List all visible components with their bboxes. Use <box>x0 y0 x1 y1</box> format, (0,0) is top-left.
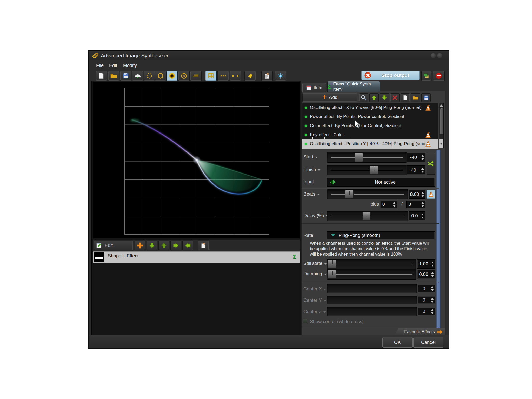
ok-button[interactable]: OK <box>382 337 413 348</box>
scroll-up-arrow-icon[interactable] <box>440 104 443 107</box>
spin-down-icon[interactable] <box>421 217 424 218</box>
add-effect-button[interactable]: + Add <box>302 93 357 102</box>
dashed-circle-tool-button[interactable] <box>144 71 155 81</box>
effect-open-button[interactable] <box>411 93 420 102</box>
beats-spinner[interactable] <box>420 190 425 198</box>
input-channel-box[interactable]: Not active <box>327 178 435 187</box>
open-button[interactable] <box>108 71 119 81</box>
swap-start-finish-button[interactable] <box>427 153 435 175</box>
spin-down-icon[interactable] <box>421 205 424 207</box>
stop-output-button[interactable]: Stop output <box>361 71 420 80</box>
rate-dropdown[interactable]: Ping-Pong (smooth) <box>327 231 435 239</box>
still-state-spinner[interactable] <box>430 260 435 268</box>
divider-spinner[interactable] <box>420 201 425 208</box>
tab-item[interactable]: Item <box>302 83 326 92</box>
spin-down-icon[interactable] <box>421 195 424 197</box>
menu-file[interactable]: File <box>95 62 105 69</box>
search-effect-button[interactable] <box>359 93 368 102</box>
spacing-tool-button[interactable] <box>230 71 241 81</box>
freeze-button[interactable] <box>275 71 286 81</box>
delay-slider[interactable] <box>327 211 408 221</box>
block-output-button[interactable] <box>433 71 445 81</box>
spin-up-icon[interactable] <box>431 262 434 263</box>
effect-row-1[interactable]: Oscillating effect - X to Y wave [50%] P… <box>302 103 438 112</box>
key-timeline-track[interactable] <box>310 138 350 138</box>
finish-label[interactable]: Finish <box>303 167 320 172</box>
spin-down-icon[interactable] <box>431 275 434 277</box>
s-circle-tool-button[interactable]: S <box>178 71 190 81</box>
damping-spinner[interactable] <box>430 270 435 279</box>
spin-up-icon[interactable] <box>421 214 424 215</box>
spin-up-icon[interactable] <box>421 168 424 170</box>
grid-view-button[interactable] <box>205 71 217 81</box>
list-lines-tool-button[interactable] <box>190 71 202 81</box>
divider-value[interactable]: 3 <box>406 201 425 208</box>
tab-effect[interactable]: Σ Effect "Quick Synth Item" <box>327 81 380 92</box>
shape-list-row[interactable]: Shape + Effect Σ <box>93 251 300 263</box>
move-left-button[interactable] <box>182 241 193 250</box>
layers-button[interactable] <box>421 71 431 81</box>
effect-save-button[interactable] <box>421 93 431 102</box>
scroll-down-cell[interactable] <box>439 139 443 148</box>
still-state-slider-handle[interactable] <box>328 260 336 268</box>
key-timeline-handle[interactable] <box>323 137 325 139</box>
save-button[interactable] <box>120 71 131 81</box>
still-state-value[interactable]: 1.00 <box>417 259 435 269</box>
effect-move-down-button[interactable] <box>380 93 389 102</box>
beats-label[interactable]: Beats <box>303 191 320 197</box>
spin-up-icon[interactable] <box>421 202 424 204</box>
effect-new-button[interactable] <box>401 93 410 102</box>
cancel-button[interactable]: Cancel <box>413 337 443 348</box>
spin-up-icon[interactable] <box>421 155 424 157</box>
spin-down-icon[interactable] <box>393 205 396 207</box>
glow-circle-tool-button[interactable] <box>166 71 178 81</box>
spin-up-icon[interactable] <box>393 202 396 204</box>
delay-spinner[interactable] <box>420 212 425 220</box>
favorite-effects-button[interactable]: Favorite Effects <box>394 328 445 335</box>
effect-row-2[interactable]: Power effect, By Points, Power control, … <box>302 112 438 121</box>
tag-tool-button[interactable] <box>244 71 256 81</box>
start-slider[interactable] <box>327 152 407 163</box>
add-shape-button[interactable] <box>135 241 145 250</box>
edit-shape-button[interactable]: Edit... <box>94 241 133 250</box>
window-button-close[interactable] <box>437 53 442 58</box>
effect-delete-button[interactable] <box>390 93 400 102</box>
effect-move-up-button[interactable] <box>369 93 379 102</box>
spin-down-icon[interactable] <box>421 158 424 160</box>
start-slider-handle[interactable] <box>355 153 363 162</box>
effect-row-3[interactable]: Color effect, By Points, Color Control, … <box>302 121 438 130</box>
spin-up-icon[interactable] <box>431 272 434 274</box>
spin-down-icon[interactable] <box>421 171 424 173</box>
damping-slider-handle[interactable] <box>328 270 336 279</box>
effects-list-scrollbar[interactable] <box>439 103 444 148</box>
delay-label[interactable]: Delay (%) <box>303 213 328 218</box>
damping-value[interactable]: 0.00 <box>417 270 435 279</box>
finish-slider-handle[interactable] <box>370 166 378 175</box>
beats-slider-handle[interactable] <box>345 190 354 198</box>
beats-slider[interactable] <box>327 189 408 199</box>
cloud-save-button[interactable] <box>132 71 143 81</box>
still-state-slider[interactable] <box>327 259 416 269</box>
effect-row-5-selected[interactable]: Oscillating effect - Position Y [-40%...… <box>302 139 438 149</box>
circle-tool-button[interactable] <box>155 71 166 81</box>
menu-modify[interactable]: Modify <box>122 62 138 69</box>
finish-value[interactable]: 40 <box>407 165 425 175</box>
beats-value[interactable]: 8.00 <box>409 190 425 199</box>
delay-value[interactable]: 0.0 <box>409 211 425 220</box>
move-down-button[interactable] <box>147 241 157 250</box>
damping-label[interactable]: Damping <box>303 271 327 277</box>
shape-properties-button[interactable] <box>198 241 209 250</box>
key-timeline-handle[interactable] <box>311 137 313 139</box>
delay-slider-handle[interactable] <box>362 212 371 220</box>
spin-down-icon[interactable] <box>431 265 434 267</box>
new-file-button[interactable] <box>96 71 107 81</box>
finish-spinner[interactable] <box>420 166 425 175</box>
spin-up-icon[interactable] <box>421 192 424 194</box>
start-spinner[interactable] <box>420 153 425 162</box>
start-label[interactable]: Start <box>303 154 318 160</box>
window-button-minimize[interactable] <box>431 53 436 58</box>
menu-edit[interactable]: Edit <box>108 62 119 69</box>
still-state-label[interactable]: Still state <box>303 261 327 266</box>
move-up-button[interactable] <box>158 241 169 250</box>
move-right-button[interactable] <box>170 241 181 250</box>
